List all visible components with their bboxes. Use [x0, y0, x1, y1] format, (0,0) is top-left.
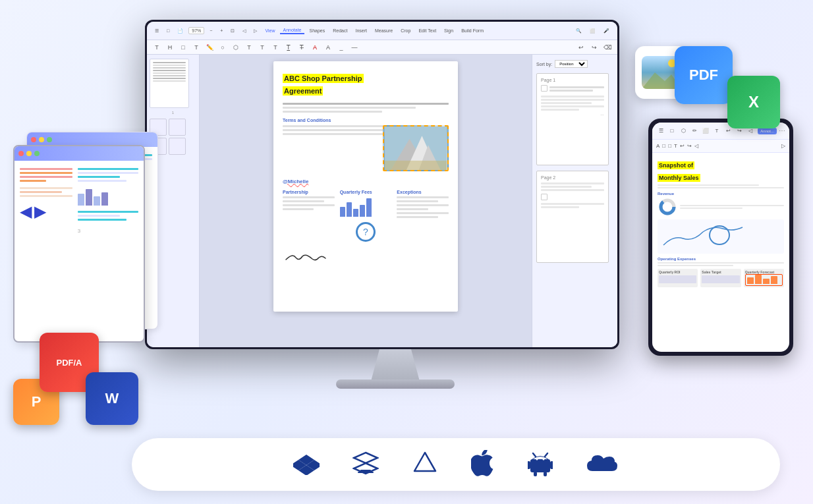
tablet-revenue-area: [658, 197, 784, 217]
pen-tool-icon[interactable]: ✏️: [205, 43, 214, 52]
search-icon[interactable]: 🔍: [573, 28, 584, 34]
tablet-box-icon[interactable]: ⬜: [701, 126, 710, 136]
highlight-tool-icon[interactable]: H: [165, 43, 175, 52]
prev-page-icon[interactable]: ◁: [240, 28, 248, 34]
right-page-thumb-2[interactable]: Page 2: [536, 171, 609, 263]
mention-area: @Michelle: [283, 174, 449, 186]
next-page-icon[interactable]: ▷: [251, 28, 260, 34]
menu-icon[interactable]: ☰: [152, 28, 161, 34]
text5-tool-icon[interactable]: T: [271, 43, 280, 52]
text3-tool-icon[interactable]: T: [244, 43, 254, 52]
crop-menu[interactable]: Crop: [398, 28, 413, 34]
tablet-pen-icon[interactable]: ✏: [690, 126, 699, 136]
edit-text-menu[interactable]: Edit Text: [416, 28, 439, 34]
fit-icon[interactable]: ⊡: [228, 28, 237, 34]
pdf-image-placeholder: [383, 125, 449, 171]
strike-tool-icon[interactable]: T̶: [297, 43, 306, 52]
document-panel-container: ◀ ▶: [13, 132, 171, 356]
word-format-badge: W: [86, 372, 138, 425]
sort-controls: Sort by: Position: [536, 60, 613, 68]
tablet-page-icon[interactable]: □: [667, 126, 677, 136]
shapes-menu[interactable]: Shapes: [307, 28, 328, 34]
zoom-level[interactable]: 97%: [188, 27, 204, 34]
pdf-icon-card: PDF: [675, 46, 733, 104]
page-icon[interactable]: □: [164, 28, 172, 34]
stamp-tool-icon[interactable]: ⬡: [231, 43, 240, 52]
content-line-1: [283, 103, 449, 105]
pdf-page-main: ABC Shop Partnership Agreement Terms and…: [273, 61, 458, 312]
dot-green: [47, 137, 52, 142]
text2-tool-icon[interactable]: T: [192, 43, 201, 52]
insert-menu[interactable]: Insert: [352, 28, 370, 34]
eraser-icon[interactable]: ⌫: [603, 43, 612, 52]
box-tool-icon[interactable]: □: [179, 43, 188, 52]
svg-rect-28: [544, 472, 547, 476]
underline-tool-icon[interactable]: T̲: [284, 43, 293, 52]
mini-target-box: Sales Target: [700, 269, 741, 287]
doc-bar-chart-front: [78, 187, 138, 206]
sign-menu[interactable]: Sign: [441, 28, 456, 34]
font-color-icon[interactable]: A: [310, 43, 320, 52]
arrows-area: ◀ ▶: [20, 202, 72, 221]
underline2-icon[interactable]: _: [337, 43, 346, 52]
monitor-inner: ☰ □ 📄 97% − + ⊡ ◁ ▷ View Annotate Shapes…: [147, 22, 617, 347]
doc-icon[interactable]: 📄: [175, 28, 186, 34]
tablet-ann-icon-8[interactable]: ▷: [781, 143, 785, 149]
excel-icon-card: X: [727, 76, 780, 128]
tablet-title-line1: Snapshot of: [658, 161, 694, 169]
question-circle-icon: ?: [356, 222, 376, 242]
mini-roi-box: Quarterly ROI: [658, 269, 698, 287]
svg-line-22: [545, 453, 547, 457]
measure-menu[interactable]: Measure: [372, 28, 395, 34]
text-tool-icon[interactable]: T: [152, 43, 161, 52]
strike2-icon[interactable]: —: [350, 43, 359, 52]
right-page-thumb-1[interactable]: Page 1: [536, 73, 609, 165]
tablet-ann-icon-1[interactable]: A: [656, 143, 659, 149]
svg-rect-15: [360, 470, 371, 472]
sort-select[interactable]: Position: [555, 60, 588, 68]
svg-rect-4: [385, 161, 447, 170]
tablet-text-icon[interactable]: T: [712, 126, 721, 136]
zoom-in-icon[interactable]: +: [217, 28, 225, 34]
tablet-ann-icon-6[interactable]: ↪: [687, 143, 692, 149]
mic-icon[interactable]: 🎤: [601, 28, 612, 34]
thumbnail-page-1[interactable]: [150, 59, 189, 108]
dropbox-integration: [293, 451, 320, 478]
right-thumb-lines-2: [541, 182, 604, 208]
tablet-ann-icon-7[interactable]: ◁: [694, 143, 698, 149]
view-menu[interactable]: View: [262, 28, 277, 34]
undo-icon[interactable]: ↩: [576, 43, 586, 52]
share-icon[interactable]: ⬜: [587, 28, 598, 34]
svg-rect-27: [534, 472, 537, 476]
mention-label: @Michelle: [283, 179, 308, 184]
shape-tool-icon[interactable]: ○: [218, 43, 227, 52]
pdf-subtitle-text: Agreement: [283, 86, 323, 96]
tablet-ann-icon-3[interactable]: □: [668, 143, 671, 149]
zoom-out-icon[interactable]: −: [207, 28, 215, 34]
tablet-ann-icon-5[interactable]: ↩: [680, 143, 685, 149]
build-form-menu[interactable]: Build Form: [459, 28, 486, 34]
text4-tool-icon[interactable]: T: [258, 43, 267, 52]
tablet-bar-2: [755, 275, 762, 284]
tablet-ann-icon-2[interactable]: □: [662, 143, 665, 149]
tablet-menu-icon[interactable]: ☰: [656, 126, 665, 136]
redo-icon[interactable]: ↪: [590, 43, 599, 52]
right-page-label-1: Page 1: [541, 78, 604, 82]
annotate-menu[interactable]: Annotate: [280, 27, 304, 34]
bar-2: [347, 202, 352, 217]
tablet-bar-chart: [745, 274, 783, 286]
redact-menu[interactable]: Redact: [330, 28, 350, 34]
tablet-revenue-label: Revenue: [658, 192, 784, 196]
right-panel-dots: …: [541, 112, 604, 116]
tablet-ann-icon-4[interactable]: T: [674, 143, 677, 149]
text-bg-icon[interactable]: A: [323, 43, 333, 52]
mini-forecast-box: Quarterly Forecast: [744, 269, 784, 287]
tablet-bar-1: [747, 277, 754, 284]
tablet-bar-4: [771, 276, 777, 284]
tablet-stamp-icon[interactable]: ⬡: [679, 126, 688, 136]
dot-red-2: [18, 151, 24, 156]
pdf-page-content: ABC Shop Partnership Agreement Terms and…: [200, 55, 532, 347]
pdf-badge-label: PDF: [689, 67, 718, 84]
right-page-label-2: Page 2: [541, 175, 604, 180]
arrow-right-icon: ▶: [34, 202, 46, 221]
